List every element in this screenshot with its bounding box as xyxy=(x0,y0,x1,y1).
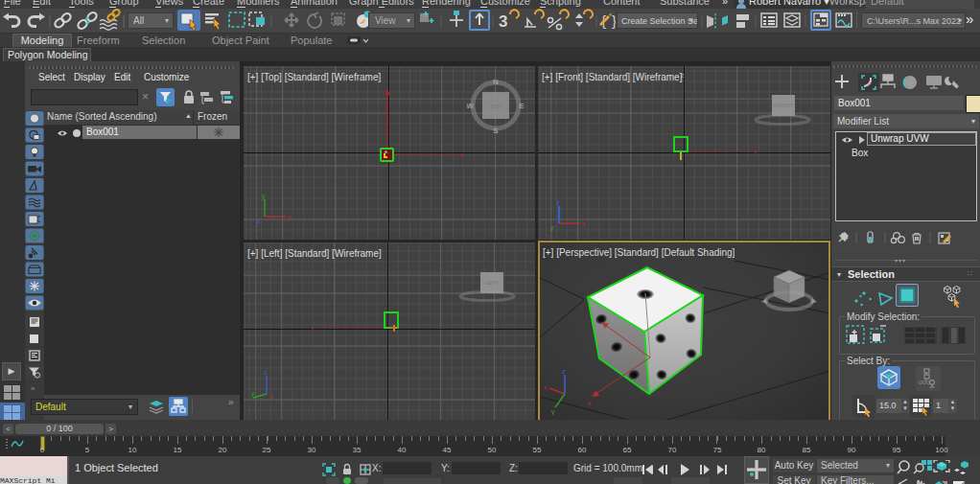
svg-text:E: E xyxy=(519,102,525,110)
svg-text:LEFT: LEFT xyxy=(485,280,500,286)
svg-text:N: N xyxy=(493,78,499,86)
svg-text:3: 3 xyxy=(499,12,507,31)
svg-text:y: y xyxy=(551,408,555,415)
svg-text:S: S xyxy=(493,127,499,134)
svg-text:y: y xyxy=(262,193,266,200)
svg-text:x: x xyxy=(269,393,273,400)
svg-text:»: » xyxy=(31,384,35,393)
svg-text:x: x xyxy=(754,148,758,154)
svg-text:x: x xyxy=(288,214,292,220)
svg-text:y: y xyxy=(311,324,315,332)
svg-text:x: x xyxy=(459,151,463,158)
svg-text:y: y xyxy=(550,224,554,232)
svg-text:z: z xyxy=(257,218,261,224)
svg-text:z: z xyxy=(556,199,560,206)
svg-text:TOP: TOP xyxy=(490,104,502,109)
svg-text:W: W xyxy=(467,102,474,110)
svg-text:z: z xyxy=(562,368,566,375)
svg-text:}: } xyxy=(612,12,616,29)
svg-text:ooo: ooo xyxy=(919,379,930,385)
svg-text:z: z xyxy=(264,369,268,376)
svg-text:y: y xyxy=(251,390,255,398)
svg-text:x: x xyxy=(544,384,548,391)
svg-text:FRONT: FRONT xyxy=(774,103,794,108)
svg-text:x: x xyxy=(582,220,586,227)
